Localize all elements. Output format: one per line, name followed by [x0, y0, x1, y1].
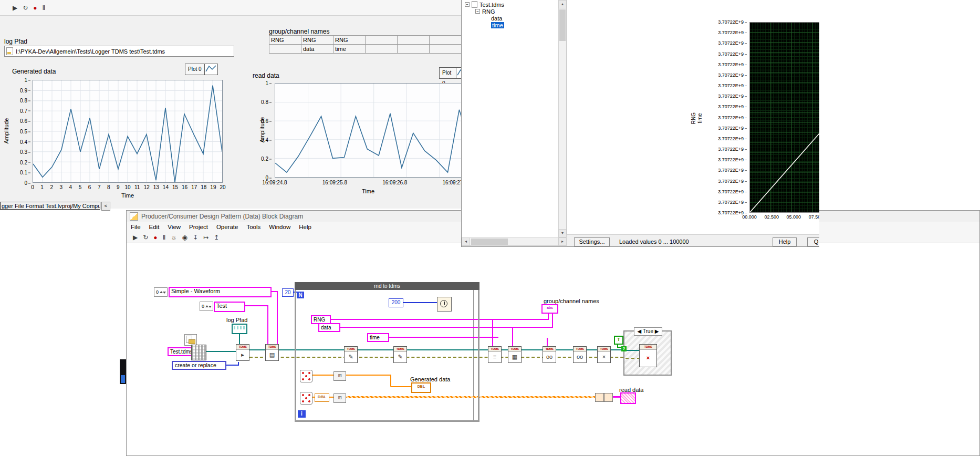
open-mode-enum[interactable]: create or replace: [172, 361, 226, 370]
y-tick-label: 0.4: [20, 139, 27, 144]
table-cell[interactable]: [366, 45, 398, 54]
plot-legend[interactable]: Plot 0: [185, 64, 218, 75]
pause-icon[interactable]: Ⅱ: [163, 233, 166, 242]
project-tab[interactable]: gger File Format Test.lvproj/My Computer: [0, 202, 100, 210]
tdms-node[interactable]: TDMS×: [597, 346, 611, 363]
table-cell[interactable]: [366, 36, 398, 45]
table-cell[interactable]: time: [333, 45, 366, 54]
viewer-bottom-bar: Settings... Loaded values 0 ... 100000 H…: [567, 234, 819, 247]
loop-structure[interactable]: [295, 282, 479, 422]
tdms-node[interactable]: TDMS≡: [488, 346, 502, 363]
table-cell[interactable]: RNG: [269, 36, 301, 45]
tab-scroll-left-button[interactable]: <: [101, 202, 110, 211]
group-channel-table[interactable]: RNGRNGRNGdatatime: [269, 35, 461, 54]
x-tick-label: 2: [50, 184, 53, 190]
combo-index[interactable]: 0: [154, 287, 168, 297]
convert-icon[interactable]: [604, 393, 613, 402]
scroll-right-button[interactable]: ▸: [558, 237, 567, 246]
true-constant[interactable]: T: [614, 336, 623, 345]
scroll-up-button[interactable]: ▴: [558, 0, 567, 8]
tdms-close-node[interactable]: TDMS ×: [639, 344, 657, 367]
menu-tools[interactable]: Tools: [242, 222, 265, 232]
table-cell[interactable]: [398, 36, 430, 45]
tree-item-rng[interactable]: −RNG: [462, 8, 558, 15]
read-plot-area[interactable]: [275, 83, 461, 178]
step-over-icon[interactable]: ↦: [203, 233, 208, 242]
table-cell[interactable]: [269, 45, 301, 54]
scrollbar-thumb[interactable]: [559, 9, 566, 41]
help-button[interactable]: Help: [773, 237, 797, 246]
menu-operate[interactable]: Operate: [212, 222, 243, 232]
case-selector-terminal[interactable]: ?: [621, 346, 627, 351]
diagram-canvas[interactable]: rnd to tdms 0: [127, 243, 979, 456]
wait-ms-icon[interactable]: [437, 297, 452, 312]
tdms-node[interactable]: TDMS▸: [236, 344, 249, 361]
pause-icon[interactable]: Ⅱ: [43, 3, 46, 13]
scroll-left-button[interactable]: ◂: [462, 237, 470, 246]
random-number-icon[interactable]: [300, 370, 312, 382]
tree-item-time[interactable]: time: [462, 22, 558, 28]
y-tick-label: 1: [24, 77, 27, 83]
table-cell[interactable]: [430, 45, 461, 54]
log-pfad-path-control[interactable]: I:\PYKA-Dev\Allgemein\Tests\Logger TDMS …: [4, 46, 234, 57]
open-create-replace-node[interactable]: [191, 345, 206, 360]
menu-edit[interactable]: Edit: [145, 222, 164, 232]
convert-icon[interactable]: [595, 393, 604, 402]
x-tick-label: 20: [220, 184, 225, 190]
tree-expander-icon[interactable]: −: [465, 2, 470, 7]
x-tick-label: 07.500: [809, 214, 819, 220]
read-data-terminal[interactable]: [620, 392, 636, 404]
plot-legend[interactable]: Plot 0: [439, 67, 461, 79]
quit-button[interactable]: Q: [807, 237, 819, 246]
highlight-execution-icon[interactable]: ☼: [171, 233, 176, 242]
file-icon: [472, 1, 477, 8]
loop-count-constant[interactable]: 20: [282, 288, 294, 297]
table-cell[interactable]: RNG: [333, 36, 366, 45]
table-cell[interactable]: RNG: [301, 36, 333, 45]
table-cell[interactable]: [398, 45, 430, 54]
random-number-icon[interactable]: [300, 392, 312, 405]
combo-box-simple-waveform[interactable]: Simple - Waveform: [169, 287, 272, 297]
settings-button[interactable]: Settings...: [574, 237, 610, 246]
viewer-plot-area[interactable]: [749, 22, 819, 213]
run-icon[interactable]: ▶: [133, 233, 138, 242]
tdms-node[interactable]: TDMS✎: [344, 346, 358, 363]
tdms-node[interactable]: TDMSoo: [573, 346, 587, 363]
string-index[interactable]: 0: [200, 302, 213, 311]
menu-project[interactable]: Project: [185, 222, 212, 232]
run-continuously-icon[interactable]: ↻: [23, 3, 28, 13]
tdms-node[interactable]: TDMS▦: [508, 346, 522, 363]
menu-view[interactable]: View: [163, 222, 185, 232]
path-terminal[interactable]: [232, 324, 247, 334]
menu-window[interactable]: Window: [265, 222, 295, 232]
scroll-down-button[interactable]: ▾: [558, 229, 567, 237]
case-selector[interactable]: ◀ True ▶: [634, 327, 662, 336]
wire-tdms-refnum: [625, 350, 640, 351]
tree-expander-icon[interactable]: −: [475, 9, 480, 14]
tdms-node[interactable]: TDMSoo: [543, 346, 556, 363]
file-dialog-icon[interactable]: [184, 334, 197, 346]
generated-plot-area[interactable]: [33, 80, 223, 183]
tree-item-data[interactable]: data: [462, 15, 558, 22]
abort-icon[interactable]: ●: [33, 3, 37, 13]
y-tick-label: 3.70722E+9: [718, 147, 744, 152]
string-control-test[interactable]: Test: [214, 302, 245, 312]
tdms-node[interactable]: TDMS✎: [393, 346, 407, 363]
table-cell[interactable]: [430, 36, 461, 45]
build-array-node[interactable]: ⊞: [333, 393, 346, 403]
run-continuously-icon[interactable]: ↻: [143, 233, 148, 242]
scrollbar-thumb[interactable]: [471, 239, 508, 245]
table-cell[interactable]: data: [301, 45, 333, 54]
step-out-icon[interactable]: ↥: [214, 233, 219, 242]
group-channel-terminal[interactable]: abc: [541, 304, 558, 314]
build-array-node[interactable]: ⊞: [333, 371, 346, 381]
abort-icon[interactable]: ●: [153, 233, 157, 242]
menu-help[interactable]: Help: [295, 222, 316, 232]
step-into-icon[interactable]: ↧: [193, 233, 198, 242]
tree-item-test-tdms[interactable]: −Test.tdms: [462, 1, 558, 8]
run-icon[interactable]: ▶: [13, 3, 17, 13]
menu-file[interactable]: File: [127, 222, 145, 232]
tdms-node[interactable]: TDMS▤: [265, 344, 279, 361]
retain-wire-values-icon[interactable]: ◉: [182, 233, 187, 242]
case-structure[interactable]: TDMS ×: [623, 330, 672, 376]
